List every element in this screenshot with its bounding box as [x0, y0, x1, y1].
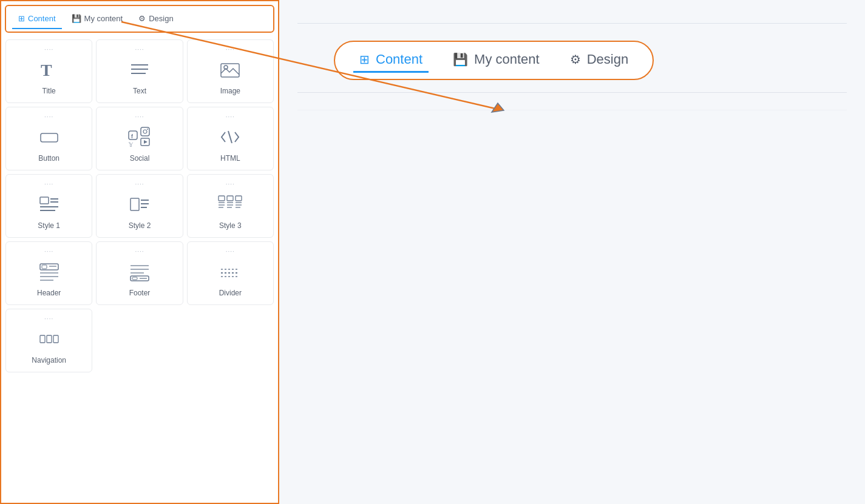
grid-item-style2[interactable]: ···· Style 2 — [96, 174, 183, 238]
divider-label: Divider — [219, 289, 242, 297]
svg-rect-54 — [53, 335, 58, 343]
right-my-content-icon: 💾 — [453, 52, 468, 67]
footer-icon — [126, 258, 153, 285]
text-label: Text — [133, 87, 146, 95]
style2-icon — [126, 191, 153, 218]
tab-my-content-label: My content — [84, 14, 123, 23]
svg-rect-52 — [40, 335, 45, 343]
tab-my-content[interactable]: 💾 My content — [66, 9, 129, 29]
drag-handle: ···· — [226, 181, 235, 187]
drag-handle: ···· — [226, 113, 235, 120]
svg-text:𝕐: 𝕐 — [128, 141, 134, 148]
tab-design[interactable]: ⚙ Design — [132, 9, 179, 29]
html-label: HTML — [220, 154, 240, 163]
grid-item-button[interactable]: ···· Button — [5, 107, 92, 170]
svg-point-11 — [147, 129, 148, 130]
style3-icon — [217, 191, 243, 218]
image-icon — [217, 56, 243, 83]
right-design-icon: ⚙ — [570, 52, 581, 67]
drag-handle: ···· — [135, 46, 144, 53]
right-tab-design[interactable]: ⚙ Design — [564, 48, 634, 73]
svg-point-10 — [143, 130, 147, 133]
bottom-divider — [297, 92, 847, 93]
title-icon: T — [36, 56, 63, 83]
svg-rect-29 — [227, 196, 233, 201]
drag-handle: ···· — [44, 113, 53, 120]
svg-rect-38 — [42, 265, 47, 269]
style3-label: Style 3 — [219, 221, 242, 230]
divider-icon — [217, 258, 243, 285]
grid-item-footer[interactable]: ···· Footer — [96, 241, 183, 305]
svg-marker-14 — [144, 140, 148, 144]
svg-rect-16 — [40, 197, 49, 204]
top-divider — [297, 23, 847, 24]
right-content-label: Content — [376, 52, 422, 67]
svg-rect-33 — [236, 196, 242, 201]
svg-text:T: T — [41, 61, 52, 79]
drag-handle: ···· — [135, 248, 144, 255]
grid-item-title[interactable]: ···· T Title — [5, 39, 92, 103]
right-my-content-label: My content — [474, 52, 540, 67]
style1-label: Style 1 — [38, 221, 60, 230]
grid-item-html[interactable]: ···· HTML — [187, 107, 274, 170]
svg-text:f: f — [131, 133, 134, 139]
grid-item-divider[interactable]: ···· Divider — [187, 241, 274, 305]
tab-content-label: Content — [28, 14, 56, 23]
image-label: Image — [220, 87, 240, 95]
svg-rect-53 — [47, 335, 52, 343]
svg-rect-21 — [131, 198, 139, 210]
drag-handle: ···· — [226, 248, 235, 255]
grid-item-navigation[interactable]: ···· Navigation — [5, 309, 92, 372]
left-panel: ⊞ Content 💾 My content ⚙ Design ···· — [0, 0, 279, 504]
social-label: Social — [130, 154, 150, 163]
right-tab-content[interactable]: ⊞ Content — [353, 48, 429, 73]
design-tab-icon: ⚙ — [138, 14, 146, 23]
style1-icon — [36, 191, 63, 218]
text-icon — [126, 56, 153, 83]
title-label: Title — [42, 87, 56, 95]
footer-label: Footer — [129, 289, 151, 297]
content-tab-icon: ⊞ — [18, 14, 25, 23]
navigation-label: Navigation — [32, 356, 66, 365]
right-design-label: Design — [587, 52, 628, 67]
drag-handle: ···· — [44, 315, 53, 322]
svg-rect-7 — [129, 131, 137, 139]
svg-rect-25 — [219, 196, 225, 201]
left-tabs: ⊞ Content 💾 My content ⚙ Design — [5, 5, 274, 33]
html-icon — [217, 124, 243, 150]
grid-item-image[interactable]: ···· Image — [187, 39, 274, 103]
header-label: Header — [37, 289, 61, 297]
right-tabs: ⊞ Content 💾 My content ⚙ Design — [334, 41, 654, 80]
svg-rect-47 — [132, 277, 137, 280]
drag-handle: ···· — [226, 46, 235, 53]
social-icon: f 𝕐 — [126, 124, 153, 150]
right-tab-my-content[interactable]: 💾 My content — [447, 48, 546, 73]
style2-label: Style 2 — [129, 221, 151, 230]
header-icon — [36, 258, 63, 285]
grid-item-text[interactable]: ···· Text — [96, 39, 183, 103]
grid-item-style3[interactable]: ···· — [187, 174, 274, 238]
drag-handle: ···· — [44, 181, 53, 187]
drag-handle: ···· — [135, 113, 144, 120]
right-content-icon: ⊞ — [359, 52, 370, 67]
content-grid: ···· T Title ···· — [1, 33, 278, 379]
button-icon — [36, 124, 63, 150]
svg-rect-6 — [41, 133, 58, 142]
light-divider — [297, 110, 847, 110]
drag-handle: ···· — [44, 248, 53, 255]
tab-design-label: Design — [149, 14, 173, 23]
grid-item-social[interactable]: ···· f 𝕐 — [96, 107, 183, 170]
navigation-icon — [36, 326, 63, 352]
right-panel: ⊞ Content 💾 My content ⚙ Design — [279, 0, 865, 504]
grid-item-style1[interactable]: ···· Style 1 — [5, 174, 92, 238]
my-content-tab-icon: 💾 — [72, 14, 81, 23]
svg-rect-9 — [141, 127, 149, 136]
svg-line-15 — [228, 131, 232, 143]
drag-handle: ···· — [135, 181, 144, 187]
tab-content[interactable]: ⊞ Content — [12, 9, 62, 29]
drag-handle: ···· — [44, 46, 53, 53]
button-label: Button — [38, 154, 59, 163]
grid-item-header[interactable]: ···· Header — [5, 241, 92, 305]
